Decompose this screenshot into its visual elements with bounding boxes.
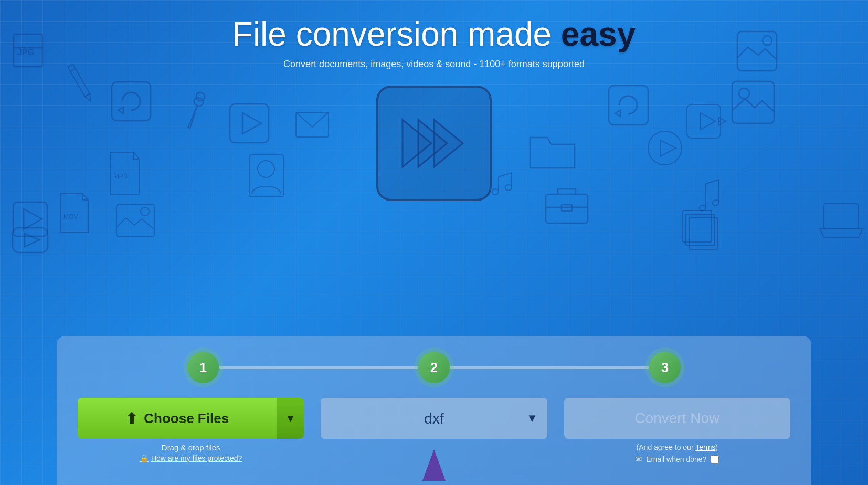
svg-rect-38	[13, 228, 48, 252]
choose-files-button[interactable]: ⬆ Choose Files	[78, 398, 277, 439]
svg-marker-13	[24, 209, 42, 229]
step-2-circle: 2	[418, 352, 450, 383]
dropdown-arrow-icon: ▼	[285, 413, 295, 425]
upload-icon: ⬆	[125, 410, 137, 427]
logo-area	[371, 80, 497, 206]
choose-files-dropdown-button[interactable]: ▼	[277, 398, 304, 439]
email-icon: ✉	[635, 454, 642, 464]
choose-files-btn-wrap: ⬆ Choose Files ▼	[78, 398, 304, 439]
protection-link[interactable]: 🔒 How are my files protected?	[140, 454, 242, 462]
svg-marker-39	[25, 234, 39, 247]
svg-rect-32	[683, 210, 712, 242]
svg-rect-30	[689, 218, 718, 249]
step-3-circle: 3	[649, 352, 681, 383]
convert-now-button[interactable]: Convert Now	[564, 398, 790, 439]
email-checkbox[interactable]	[711, 455, 719, 463]
convert-group: Convert Now (And agree to our Terms) ✉ E…	[564, 398, 790, 464]
svg-marker-52	[434, 120, 463, 167]
format-group: dxf pdf jpg png mp4 mp3 doc ▼	[321, 398, 547, 439]
step-1-circle: 1	[187, 352, 219, 383]
terms-link[interactable]: Terms	[695, 443, 715, 451]
email-label: Email when done?	[646, 455, 706, 463]
lock-icon: 🔒	[140, 454, 149, 462]
page-title: File conversion made easy	[232, 15, 636, 54]
format-arrow-up	[422, 449, 446, 481]
main-panel: 1 2 3 ⬆ Choose Files ▼ Drag & drop fil	[57, 336, 811, 485]
format-select-wrap: dxf pdf jpg png mp4 mp3 doc ▼	[321, 398, 547, 439]
hero-subtitle: Convert documents, images, videos & soun…	[283, 59, 585, 70]
choose-files-group: ⬆ Choose Files ▼ Drag & drop files 🔒 How…	[78, 398, 304, 462]
email-row: ✉ Email when done?	[635, 454, 719, 464]
controls-row: ⬆ Choose Files ▼ Drag & drop files 🔒 How…	[78, 398, 790, 464]
drag-drop-text: Drag & drop files	[162, 443, 220, 452]
svg-text:MOV: MOV	[63, 213, 78, 220]
terms-text: (And agree to our Terms)	[637, 443, 718, 451]
steps-row: 1 2 3	[78, 352, 790, 383]
format-select[interactable]: dxf pdf jpg png mp4 mp3 doc	[321, 410, 547, 427]
svg-rect-31	[686, 214, 715, 246]
